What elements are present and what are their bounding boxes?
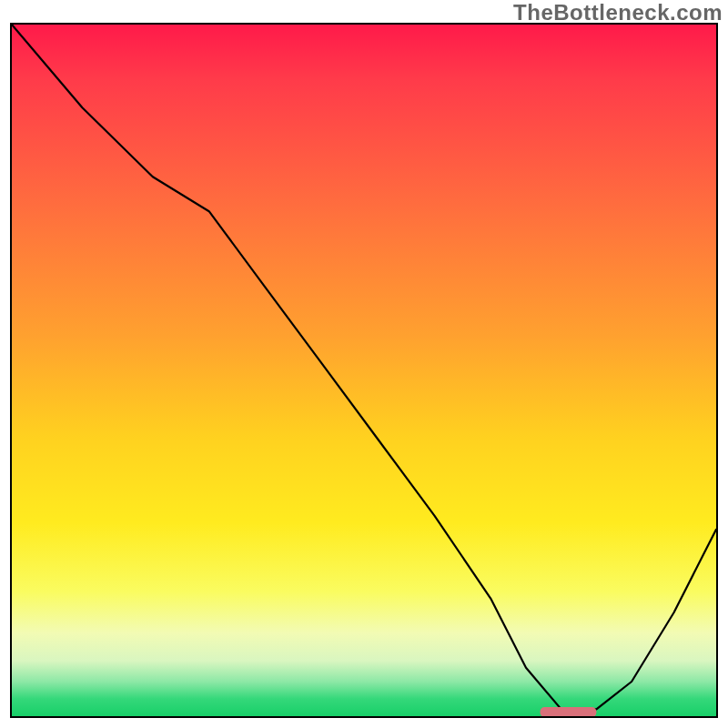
watermark-text: TheBottleneck.com: [513, 0, 723, 25]
line-chart-svg: [12, 25, 716, 716]
chart-container: TheBottleneck.com: [0, 0, 728, 728]
optimal-marker: [541, 707, 597, 716]
plot-area: [10, 23, 718, 718]
bottleneck-curve: [12, 25, 716, 709]
